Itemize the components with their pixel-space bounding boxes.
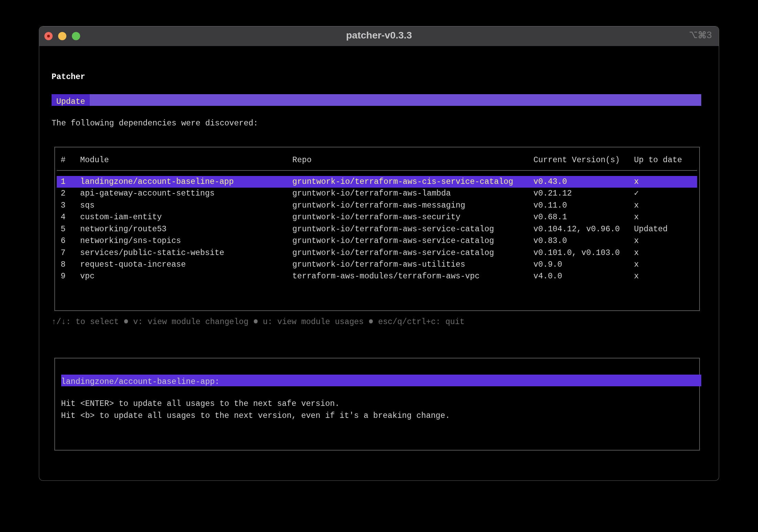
svg-text:3: 3	[707, 30, 712, 40]
